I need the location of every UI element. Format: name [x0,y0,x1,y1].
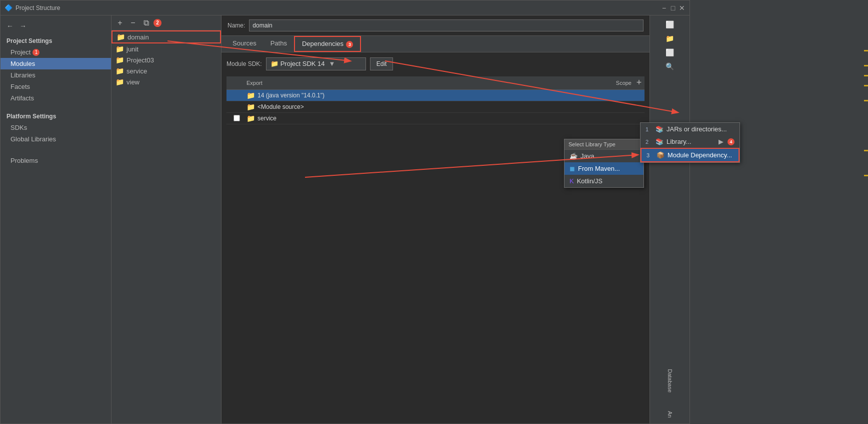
dependencies-tab-label: Dependencies [302,40,344,47]
artifacts-label: Artifacts [10,94,34,102]
right-tool-3[interactable]: ⬜ [663,45,677,59]
sidebar-item-project[interactable]: Project 1 [0,46,111,58]
project-label: Project [10,48,30,56]
dep-checkbox-service[interactable] [226,115,246,121]
sidebar-item-modules[interactable]: Modules [0,58,111,69]
sidebar-item-facets[interactable]: Facets [0,81,111,92]
scope-header: Scope [574,80,634,86]
sidebar-item-global-libraries[interactable]: Global Libraries [0,133,111,145]
junit-folder-icon: 📁 [116,45,124,53]
module-list: + − ⧉ 2 📁 domain 📁 junit 📁 Project03 📁 s… [112,15,222,424]
dep-row-service[interactable]: 📁 service [226,113,644,124]
right-tool-2[interactable]: 📁 [663,31,677,45]
yellow-mark-4 [864,85,868,86]
junit-module-label: junit [126,45,138,53]
service-module-label: service [126,67,147,75]
right-panel: ⬜ 📁 ⬜ 🔍 Database An [650,15,690,424]
popup-item-kotlin[interactable]: K Kotlin/JS [564,175,644,187]
global-libraries-label: Global Libraries [10,135,56,143]
sidebar-item-sdks[interactable]: SDKs [0,122,111,133]
yellow-mark-6 [864,150,868,151]
sdks-label: SDKs [10,124,27,131]
tab-dependencies[interactable]: Dependencies 3 [294,36,361,52]
dependencies-content: Module SDK: 📁 Project SDK 14 ▼ Edit Expo… [222,52,650,424]
maven-icon: ◼ [570,165,575,172]
sidebar-item-artifacts[interactable]: Artifacts [0,92,111,104]
module-item-service[interactable]: 📁 service [112,65,221,76]
module-dep-label: Module Dependency... [668,151,732,159]
right-tool-search[interactable]: 🔍 [663,59,677,73]
library-arrow: ▶ [718,138,724,145]
module-item-domain[interactable]: 📁 domain [112,30,221,43]
kotlin-label: Kotlin/JS [577,177,602,185]
dep-row-sdk[interactable]: 📁 14 (java version "14.0.1") [226,90,644,101]
sdk-value: Project SDK 14 [280,60,325,67]
module-item-project03[interactable]: 📁 Project03 [112,54,221,65]
sidebar-item-libraries[interactable]: Libraries [0,69,111,81]
step3-badge: 3 [346,41,353,48]
select-library-popup: Select Library Type ☕ Java ◼ From Maven.… [564,139,644,188]
an-panel-label[interactable]: An [667,407,673,422]
domain-module-label: domain [128,33,149,41]
jars-number: 1 [646,126,652,132]
module-dep-number: 3 [646,152,654,158]
dep-source-icon: 📁 [246,103,258,111]
popup-item-maven[interactable]: ◼ From Maven... [564,162,644,175]
main-content: Name: Sources Paths Dependencies 3 [222,15,650,424]
problems-label: Problems [10,157,38,164]
close-button[interactable]: ✕ [678,4,686,11]
yellow-mark-5 [864,100,868,101]
sdk-label: Module SDK: [226,60,262,67]
sdk-dropdown[interactable]: 📁 Project SDK 14 ▼ [266,57,366,70]
yellow-mark-3 [864,75,868,76]
tab-paths[interactable]: Paths [264,36,294,51]
dep-sdk-name: 14 (java version "14.0.1") [258,92,644,99]
dep-service-icon: 📁 [246,114,258,122]
yellow-mark-2 [864,65,868,66]
service-folder-icon: 📁 [116,67,124,75]
dep-row-module-source[interactable]: 📁 <Module source> [226,101,644,113]
popup-item-java[interactable]: ☕ Java [564,150,644,162]
menu-item-module-dependency[interactable]: 3 📦 Module Dependency... [640,148,740,162]
menu-item-jars[interactable]: 1 📚 JARs or directories... [640,123,740,135]
edit-sdk-button[interactable]: Edit [370,57,394,70]
popup-title: Select Library Type [564,139,644,150]
sidebar-item-problems[interactable]: Problems [0,155,111,166]
module-item-view[interactable]: 📁 view [112,76,221,87]
window-controls: − □ ✕ [660,4,686,11]
dep-sdk-icon: 📁 [246,91,258,99]
database-panel-label[interactable]: Database [667,365,673,397]
window-content: ← → Project Settings Project 1 Modules L… [0,15,690,424]
platform-settings-heading: Platform Settings [0,110,111,122]
libraries-label: Libraries [10,71,36,79]
module-item-junit[interactable]: 📁 junit [112,43,221,54]
name-bar: Name: [222,15,650,36]
name-label: Name: [228,22,245,29]
maximize-button[interactable]: □ [670,4,676,11]
sdk-dropdown-arrow: ▼ [329,60,336,67]
module-dep-icon: 📦 [656,151,664,159]
service-checkbox[interactable] [234,115,240,121]
copy-module-button[interactable]: ⧉ [140,17,152,28]
tab-sources[interactable]: Sources [226,36,264,51]
back-button[interactable]: ← [4,20,16,31]
library-icon: 📚 [656,138,664,145]
jars-icon: 📚 [656,125,664,133]
project-settings-heading: Project Settings [0,34,111,46]
menu-item-library[interactable]: 2 📚 Library... ▶ 4 [640,135,740,148]
name-input[interactable] [249,19,644,31]
sdk-folder-icon: 📁 [270,60,278,67]
right-tool-1[interactable]: ⬜ [663,17,677,31]
dep-source-name: <Module source> [258,103,644,110]
forward-button[interactable]: → [18,20,28,31]
title-bar: 🔷 Project Structure − □ ✕ [0,0,690,15]
tabs-bar: Sources Paths Dependencies 3 [222,36,650,52]
project-badge: 1 [32,49,40,56]
minimize-button[interactable]: − [660,4,668,11]
add-module-button[interactable]: + [114,17,126,28]
add-dependency-button[interactable]: + [634,77,644,88]
remove-module-button[interactable]: − [128,17,138,28]
sdk-bar: Module SDK: 📁 Project SDK 14 ▼ Edit [226,57,644,70]
library-number: 2 [646,139,652,145]
java-icon: ☕ [570,152,578,160]
